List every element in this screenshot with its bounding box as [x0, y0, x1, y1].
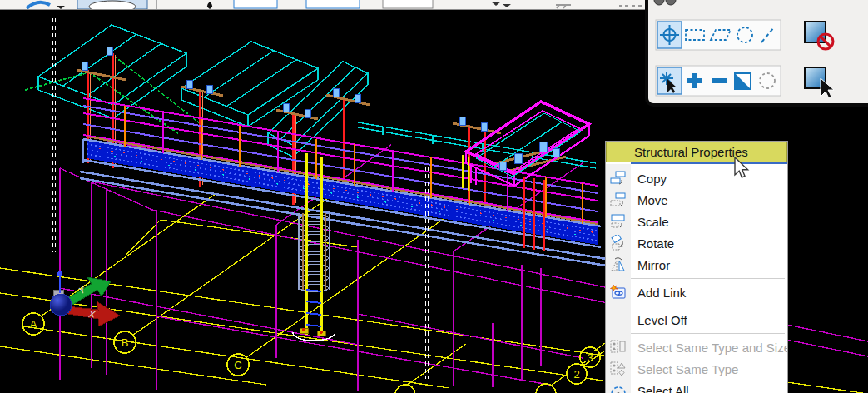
mouse-cursor — [733, 157, 750, 181]
select-handles-button[interactable] — [805, 67, 834, 98]
chevron-down-icon — [503, 4, 511, 7]
menu-item-structural-properties[interactable]: Structural Properties — [606, 142, 787, 162]
menu-item-select-same-type[interactable]: Select Same Type — [606, 358, 787, 380]
menu-item-select-same-type-and-size[interactable]: Select Same Type and Size — [606, 336, 787, 358]
svg-text:B: B — [122, 336, 129, 349]
menu-item-move[interactable]: Move — [606, 189, 787, 211]
select-same-type-icon — [610, 361, 627, 377]
swoosh-icon — [27, 2, 50, 8]
menu-item-level-off[interactable]: Level Off — [606, 309, 787, 331]
level-picker — [234, 0, 277, 8]
droplet-icon — [207, 2, 212, 9]
menu-item-rotate[interactable]: Rotate — [606, 232, 787, 254]
gear-icon — [666, 0, 676, 5]
rotate-icon — [610, 235, 627, 251]
menu-separator — [606, 276, 787, 281]
copy-icon — [610, 170, 627, 187]
element-selection-popup — [645, 0, 868, 107]
move-icon — [610, 192, 627, 208]
key-icon — [556, 5, 571, 8]
menu-item-copy[interactable]: Copy — [606, 167, 787, 189]
gear-icon — [654, 0, 664, 5]
menu-item-mirror[interactable]: Mirror — [606, 254, 787, 276]
attributes-toolbar-cutoff[interactable] — [0, 0, 645, 10]
context-menu: Structural Properties Copy Move Scale Ro… — [605, 141, 788, 393]
select-all-icon — [610, 382, 627, 393]
menu-separator — [606, 303, 787, 309]
selection-mode-group — [656, 66, 781, 96]
select-same-type-size-icon — [610, 339, 627, 356]
add-link-icon — [610, 284, 627, 301]
chevron-down-icon — [491, 2, 501, 6]
selection-method-group — [656, 20, 781, 50]
svg-text:3: 3 — [587, 351, 593, 364]
menu-item-add-link[interactable]: Add Link — [606, 281, 787, 303]
color-picker — [306, 0, 360, 8]
application-window: Y X A B C 3 2 — [0, 0, 868, 393]
menu-item-select-all[interactable]: Select All — [606, 380, 787, 393]
mirror-icon — [610, 256, 627, 273]
chevron-down-icon — [57, 6, 65, 9]
grid-bubble-2: 2 — [567, 364, 587, 384]
style-picker — [383, 0, 433, 8]
scale-icon — [610, 213, 627, 230]
disable-handles-button[interactable] — [805, 22, 833, 49]
menu-separator — [606, 331, 787, 336]
svg-text:A: A — [30, 318, 37, 331]
svg-text:C: C — [234, 359, 241, 371]
svg-text:2: 2 — [573, 368, 579, 381]
menu-item-scale[interactable]: Scale — [606, 211, 787, 232]
mode-invert-icon[interactable] — [735, 73, 751, 89]
acs-origin-sphere — [50, 294, 72, 316]
cursor-arrow — [821, 78, 834, 98]
